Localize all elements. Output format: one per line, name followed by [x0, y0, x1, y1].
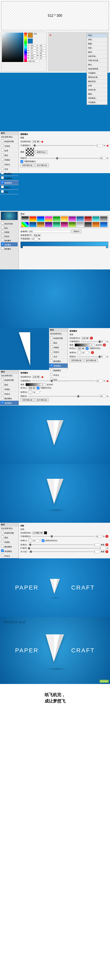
menu-item[interactable]: 色阶...: [87, 46, 107, 50]
angle-input[interactable]: [82, 351, 88, 354]
s-input[interactable]: [31, 47, 36, 49]
distance-input[interactable]: [94, 544, 100, 546]
preset[interactable]: [68, 216, 76, 221]
ls-opt[interactable]: 描边: [1, 226, 18, 230]
angle-dial[interactable]: [77, 350, 82, 355]
opacity-input[interactable]: [96, 144, 103, 147]
ls-opt[interactable]: 描边: [49, 340, 68, 345]
opacity-slider[interactable]: [81, 341, 99, 342]
pattern-thumb[interactable]: [26, 148, 34, 156]
opacity-input[interactable]: [99, 340, 106, 343]
h-input[interactable]: [31, 45, 36, 47]
global-light-checkbox[interactable]: [42, 539, 44, 542]
ls-opt[interactable]: 外发光: [0, 554, 19, 558]
ls-opt[interactable]: 内发光: [0, 391, 19, 396]
ls-opt[interactable]: 斜面和浮雕: [1, 221, 18, 226]
ls-opt[interactable]: 外发光: [0, 185, 19, 190]
preset[interactable]: [76, 222, 84, 227]
gradient-stop[interactable]: [106, 246, 108, 248]
ls-opt[interactable]: 内发光: [1, 234, 18, 238]
opacity-input[interactable]: [96, 380, 103, 382]
ls-opt[interactable]: 内阴影: [49, 345, 68, 350]
preset[interactable]: [53, 222, 60, 227]
hex-input[interactable]: [29, 60, 40, 62]
gradient-name-input[interactable]: [29, 230, 71, 233]
bb-input[interactable]: [31, 57, 36, 59]
gradient-stop[interactable]: [20, 246, 23, 248]
size-input[interactable]: [94, 550, 100, 553]
ls-opt[interactable]: 渐变叠加: [0, 549, 19, 554]
spread-slider[interactable]: [28, 548, 99, 549]
ls-opt[interactable]: 图案叠加: [1, 247, 18, 251]
scale-slider[interactable]: [77, 356, 99, 357]
menu-item[interactable]: 黑白...: [87, 63, 107, 67]
ls-opt[interactable]: 等高线: [0, 144, 19, 148]
ls-opt-selected[interactable]: 渐变叠加: [1, 242, 18, 247]
style-select[interactable]: 线性: [28, 387, 36, 390]
style-select[interactable]: 径向: [77, 347, 85, 350]
new-gradient-button[interactable]: 新建(W): [72, 230, 82, 233]
b2-input[interactable]: [40, 49, 46, 52]
r-input[interactable]: [31, 52, 36, 54]
align-checkbox[interactable]: [37, 387, 39, 390]
reset-default-button[interactable]: 复位为默认值: [35, 398, 49, 402]
ls-opt[interactable]: 内阴影: [0, 540, 19, 544]
ls-opt[interactable]: 纹理: [0, 148, 19, 153]
m-input[interactable]: [40, 54, 46, 57]
opacity-slider[interactable]: [32, 380, 96, 381]
preset[interactable]: [84, 216, 92, 221]
preset[interactable]: [37, 216, 44, 221]
blend-select[interactable]: 正常: [32, 140, 40, 143]
align-checkbox[interactable]: [86, 347, 88, 350]
angle-input[interactable]: [33, 539, 39, 542]
menu-item[interactable]: 可选颜色...: [87, 100, 107, 105]
preset[interactable]: [100, 216, 107, 221]
size-slider[interactable]: [28, 551, 93, 552]
scale-slider[interactable]: [28, 158, 99, 159]
preset[interactable]: [21, 222, 29, 227]
ls-opt[interactable]: 内发光: [49, 350, 68, 354]
ls-opt[interactable]: 内阴影: [0, 158, 19, 162]
scale-input[interactable]: [99, 157, 106, 159]
preset[interactable]: [29, 222, 37, 227]
menu-item[interactable]: 亮度/对比度...: [87, 59, 107, 63]
ls-opt[interactable]: 斜面和浮雕: [49, 336, 68, 340]
ls-opt[interactable]: 斜面和浮雕: [0, 530, 19, 535]
snap-origin-button[interactable]: 贴紧原点(A): [35, 150, 47, 154]
preset[interactable]: [21, 216, 29, 221]
gradient-preview[interactable]: [75, 344, 91, 347]
a-input[interactable]: [40, 47, 46, 49]
menu-item[interactable]: 阈值...: [87, 92, 107, 96]
set-default-button[interactable]: 设置为默认值: [69, 359, 83, 362]
preset[interactable]: [76, 216, 84, 221]
menu-item[interactable]: 曲线...: [87, 50, 107, 54]
preset[interactable]: [61, 222, 68, 227]
b-input[interactable]: [31, 49, 36, 52]
reset-default-button[interactable]: 复位为默认值: [35, 164, 49, 167]
ls-opt[interactable]: 内发光: [0, 162, 19, 167]
ls-opt[interactable]: 描边: [0, 535, 19, 540]
menu-item[interactable]: 渐变映射...: [87, 96, 107, 100]
opacity-slider[interactable]: [32, 145, 96, 146]
distance-slider[interactable]: [28, 544, 93, 545]
menu-item[interactable]: 渐变...: [87, 38, 107, 42]
preset[interactable]: [53, 216, 60, 221]
preset[interactable]: [37, 222, 44, 227]
opacity-input[interactable]: [96, 535, 102, 538]
ls-opt[interactable]: 内阴影: [0, 387, 19, 391]
spread-input[interactable]: [99, 547, 106, 550]
ls-opt[interactable]: 颜色叠加: [49, 359, 68, 363]
gradient-edit-bar[interactable]: [20, 242, 108, 246]
ls-opt[interactable]: 颜色叠加: [1, 238, 18, 242]
menu-item[interactable]: 色相/饱和度...: [87, 67, 107, 71]
menu-item[interactable]: 色调分离...: [87, 88, 107, 92]
hue-slider[interactable]: [24, 33, 27, 62]
preset[interactable]: [29, 216, 37, 221]
preset[interactable]: [92, 222, 100, 227]
preset[interactable]: [68, 222, 76, 227]
ls-opt-selected[interactable]: 渐变叠加: [0, 401, 19, 405]
menu-item[interactable]: 可选颜色...: [87, 71, 107, 75]
preset[interactable]: [61, 216, 68, 221]
preset[interactable]: [45, 216, 52, 221]
ls-opt[interactable]: 颜色叠加: [0, 396, 19, 401]
